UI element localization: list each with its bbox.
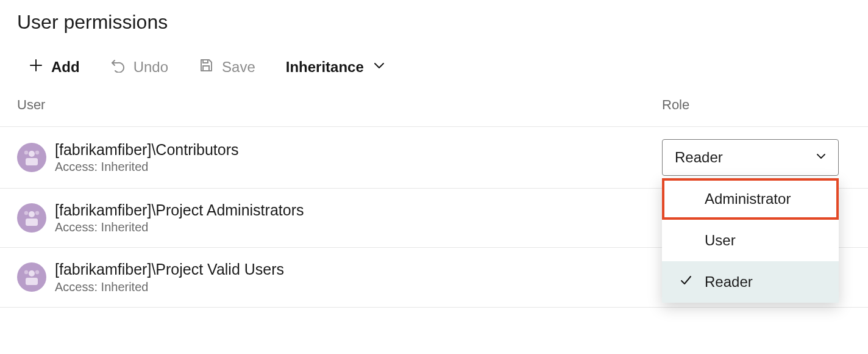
svg-rect-1: [203, 66, 209, 71]
permission-row: [fabrikamfiber]\Contributors Access: Inh…: [0, 127, 868, 189]
role-dropdown: Administrator User Reader: [662, 178, 839, 303]
column-header-role: Role: [662, 97, 851, 113]
svg-point-13: [35, 270, 39, 274]
svg-point-6: [29, 211, 35, 217]
add-button[interactable]: Add: [29, 59, 80, 76]
role-option-reader[interactable]: Reader: [662, 261, 839, 303]
role-option-administrator[interactable]: Administrator: [662, 178, 839, 220]
inheritance-dropdown[interactable]: Inheritance: [286, 59, 386, 76]
undo-label: Undo: [133, 59, 168, 76]
group-avatar: [17, 143, 46, 172]
svg-rect-7: [26, 219, 38, 226]
role-select[interactable]: Reader: [662, 139, 839, 176]
toolbar: Add Undo Save Inheritance: [0, 34, 868, 92]
group-access: Access: Inherited: [55, 159, 662, 175]
svg-point-10: [29, 270, 35, 276]
role-option-user[interactable]: User: [662, 220, 839, 261]
group-name: [fabrikamfiber]\Project Valid Users: [55, 260, 662, 279]
check-icon: [679, 273, 692, 291]
svg-point-12: [24, 270, 28, 274]
svg-point-8: [24, 211, 28, 215]
role-select-value: Reader: [675, 149, 723, 166]
save-label: Save: [222, 59, 255, 76]
svg-point-4: [24, 151, 28, 154]
svg-point-5: [35, 151, 39, 154]
undo-icon: [110, 58, 125, 76]
svg-rect-3: [26, 158, 38, 165]
svg-rect-0: [203, 60, 208, 63]
group-access: Access: Inherited: [55, 220, 662, 235]
svg-rect-11: [26, 278, 38, 285]
save-button[interactable]: Save: [199, 58, 255, 76]
column-header-user: User: [17, 97, 662, 113]
undo-button[interactable]: Undo: [110, 58, 168, 76]
group-access: Access: Inherited: [55, 280, 662, 295]
group-name: [fabrikamfiber]\Contributors: [55, 140, 662, 159]
column-header-row: User Role: [0, 92, 868, 127]
role-option-label: Reader: [705, 273, 753, 291]
svg-point-9: [35, 211, 39, 215]
role-option-label: User: [705, 232, 736, 249]
page-title: User permissions: [0, 0, 868, 34]
chevron-down-icon: [815, 149, 827, 166]
chevron-down-icon: [372, 59, 386, 76]
group-avatar: [17, 203, 46, 233]
add-label: Add: [51, 59, 80, 76]
plus-icon: [29, 59, 43, 76]
inheritance-label: Inheritance: [286, 59, 364, 76]
svg-point-2: [29, 151, 35, 157]
role-option-label: Administrator: [705, 190, 791, 208]
save-icon: [199, 58, 213, 76]
group-name: [fabrikamfiber]\Project Administrators: [55, 201, 662, 220]
group-avatar: [17, 262, 46, 292]
